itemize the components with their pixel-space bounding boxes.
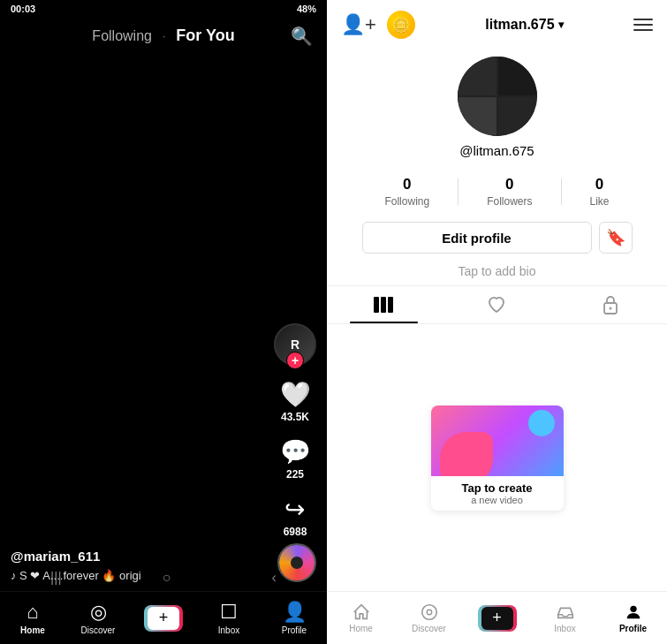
hamburger-line-1: [633, 19, 653, 20]
stat-divider-2: [561, 178, 562, 205]
svg-point-5: [421, 605, 436, 620]
edit-profile-button[interactable]: Edit profile: [362, 222, 592, 254]
gesture-home: ○: [163, 570, 171, 586]
following-label: Following: [384, 195, 429, 208]
video-area: [0, 0, 327, 644]
inbox-icon-right: [556, 602, 575, 622]
rnav-home-label: Home: [349, 624, 373, 633]
svg-point-6: [427, 610, 432, 615]
top-nav: Following · For You 🔍: [0, 19, 327, 52]
status-battery: 48%: [297, 4, 316, 14]
gesture-back: ‹: [272, 570, 277, 586]
follow-plus-badge: +: [286, 352, 304, 369]
tab-videos[interactable]: [327, 286, 440, 323]
comment-count: 225: [286, 468, 304, 481]
stats-row: 0 Following 0 Followers 0 Like: [327, 169, 667, 215]
coin-icon[interactable]: 🪙: [387, 11, 415, 39]
share-action[interactable]: ↪ 6988: [284, 495, 307, 538]
profile-username-header[interactable]: litman.675 ▾: [485, 17, 563, 33]
tab-liked[interactable]: [440, 286, 553, 323]
profile-avatar[interactable]: [458, 57, 537, 136]
rnav-home[interactable]: Home: [339, 602, 383, 633]
inbox-icon: ☐: [220, 601, 238, 624]
menu-icon[interactable]: [633, 19, 653, 31]
rnav-create[interactable]: +: [475, 605, 519, 632]
stat-divider-1: [458, 178, 459, 205]
stat-likes[interactable]: 0 Like: [590, 176, 610, 208]
create-plus-right: +: [481, 607, 513, 630]
stat-following[interactable]: 0 Following: [384, 176, 429, 208]
svg-rect-0: [374, 297, 379, 313]
header-username: litman.675: [485, 17, 554, 33]
like-action[interactable]: 🤍 43.5K: [280, 380, 311, 423]
nav-item-discover[interactable]: ◎ Discover: [76, 601, 120, 635]
create-video-title: Tap to create: [438, 481, 557, 495]
followers-label: Followers: [487, 195, 532, 208]
create-video-top: [431, 405, 564, 476]
status-time: 00:03: [11, 4, 35, 14]
video-username[interactable]: @mariam_611: [11, 549, 256, 564]
gesture-left: |||: [50, 570, 61, 586]
profile-avatar-section: @litman.675: [327, 49, 667, 169]
followers-value: 0: [505, 176, 513, 193]
share-count: 6988: [284, 526, 307, 538]
avatar-cell-2: [497, 57, 537, 96]
creator-avatar[interactable]: R +: [274, 323, 316, 366]
create-plus-icon: +: [148, 607, 179, 630]
avatar-collage: [458, 57, 537, 136]
nav-item-home[interactable]: ⌂ Home: [11, 601, 55, 635]
comment-action[interactable]: 💬 225: [280, 437, 311, 481]
bookmark-icon: 🔖: [606, 228, 625, 247]
create-video-subtitle: a new video: [438, 495, 557, 505]
right-bottom-nav: Home Discover + Inbox Pr: [327, 591, 667, 644]
create-btn-right[interactable]: +: [478, 605, 517, 632]
avatar-cell-3: [458, 96, 497, 136]
chevron-down-icon: ▾: [558, 19, 564, 31]
tab-private[interactable]: [554, 286, 667, 323]
profile-actions: Edit profile 🔖: [327, 215, 667, 261]
left-panel: 00:03 48% Following · For You 🔍 R + 🤍 43…: [0, 0, 327, 644]
profile-handle: @litman.675: [459, 143, 534, 158]
create-video-bottom: Tap to create a new video: [431, 476, 564, 511]
svg-rect-1: [381, 297, 386, 313]
create-btn[interactable]: +: [144, 605, 183, 632]
right-actions: R + 🤍 43.5K 💬 225 ↪ 6988: [274, 323, 316, 538]
rnav-discover[interactable]: Discover: [407, 602, 451, 633]
video-grid: Tap to create a new video: [327, 324, 667, 591]
discover-icon-right: [420, 602, 439, 622]
right-panel: 👤+ 🪙 litman.675 ▾ @litman.675 0 F: [327, 0, 667, 644]
rnav-inbox[interactable]: Inbox: [543, 602, 587, 633]
hamburger-line-2: [633, 24, 653, 26]
rnav-profile[interactable]: Profile: [611, 602, 656, 633]
following-value: 0: [403, 176, 411, 193]
home-icon: ⌂: [27, 601, 38, 624]
add-friend-icon[interactable]: 👤+: [341, 13, 376, 36]
discover-icon: ◎: [90, 601, 107, 624]
rnav-inbox-label: Inbox: [554, 624, 575, 633]
lock-icon: [603, 295, 618, 314]
teal-accent: [528, 410, 555, 436]
nav-for-you[interactable]: For You: [176, 27, 234, 45]
create-video-card[interactable]: Tap to create a new video: [431, 405, 564, 511]
bio-text[interactable]: Tap to add bio: [327, 261, 667, 285]
gesture-bar: ||| ○ ‹: [0, 566, 327, 589]
bottom-nav: ⌂ Home ◎ Discover + ☐ Inbox 👤 Profile: [0, 591, 327, 644]
comment-icon: 💬: [280, 437, 311, 466]
home-label: Home: [20, 625, 45, 635]
nav-following[interactable]: Following: [92, 28, 152, 44]
home-icon-right: [352, 602, 371, 622]
profile-icon-right: [624, 602, 643, 622]
nav-item-profile[interactable]: 👤 Profile: [272, 601, 316, 635]
pink-blob: [440, 432, 493, 476]
nav-item-inbox[interactable]: ☐ Inbox: [207, 601, 251, 635]
heart-icon: 🤍: [280, 380, 311, 409]
inbox-label: Inbox: [218, 625, 239, 635]
avatar-cell-4: [497, 96, 537, 136]
rnav-discover-label: Discover: [412, 624, 446, 633]
nav-item-create[interactable]: +: [141, 605, 186, 632]
svg-rect-2: [388, 297, 393, 313]
avatar-cell-1: [458, 57, 497, 96]
search-icon[interactable]: 🔍: [291, 26, 313, 47]
bookmark-button[interactable]: 🔖: [599, 222, 633, 254]
stat-followers[interactable]: 0 Followers: [487, 176, 532, 208]
